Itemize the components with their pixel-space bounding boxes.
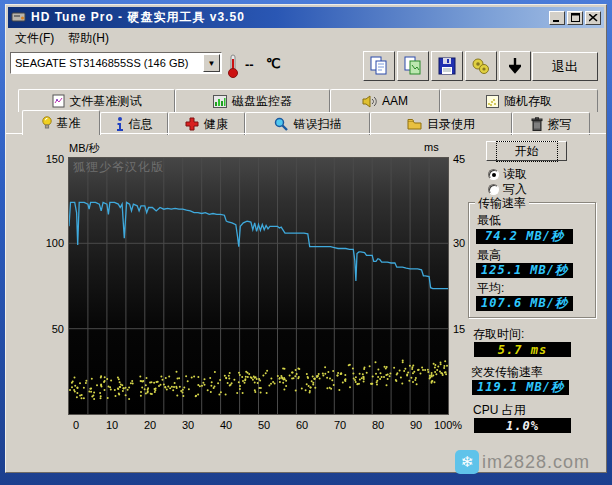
tab-label: 文件基准测试	[70, 93, 142, 110]
health-cross-icon	[185, 117, 199, 131]
tab-label: 错误扫描	[294, 116, 342, 133]
minimize-button[interactable]	[549, 11, 565, 25]
access-time-display: 5.7 ms	[474, 342, 571, 357]
access-time-label: 存取时间:	[473, 326, 524, 343]
tab-info[interactable]: 信息	[100, 112, 168, 135]
close-button[interactable]	[585, 11, 601, 25]
radio-read[interactable]	[488, 169, 499, 180]
tab-random-access[interactable]: 随机存取	[440, 89, 598, 112]
down-arrow-icon	[509, 57, 521, 75]
disk-monitor-icon	[213, 95, 227, 108]
x-tick: 70	[334, 419, 346, 431]
file-benchmark-icon	[52, 94, 65, 108]
benchmark-chart: 狐狸少爷汉化版	[68, 157, 449, 415]
copy-text-button[interactable]	[363, 51, 395, 81]
tab-error-scan[interactable]: 错误扫描	[245, 112, 370, 135]
tab-health[interactable]: 健康	[168, 112, 245, 135]
tab-disk-monitor[interactable]: 磁盘监控器	[175, 89, 330, 112]
chart-canvas	[69, 158, 448, 414]
chevron-down-icon[interactable]: ▼	[203, 54, 220, 72]
lightbulb-icon	[42, 116, 52, 131]
tab-label: 目录使用	[427, 116, 475, 133]
left-axis-unit: MB/秒	[69, 141, 100, 156]
menu-file[interactable]: 文件(F)	[8, 29, 61, 48]
radio-write[interactable]	[488, 184, 499, 195]
left-tick-50: 50	[38, 323, 64, 335]
x-tick: 50	[258, 419, 270, 431]
min-speed-display: 74.2 MB/秒	[476, 229, 573, 244]
temperature-value: --	[245, 57, 254, 72]
photo-watermark-text: im2828.com	[482, 452, 590, 473]
tab-label: 信息	[129, 116, 153, 133]
trash-icon	[531, 117, 543, 131]
cpu-usage-display: 1.0%	[474, 418, 571, 433]
x-tick: 10	[106, 419, 118, 431]
x-tick: 30	[182, 419, 194, 431]
tab-label: 擦写	[548, 116, 572, 133]
tab-folder-usage[interactable]: 目录使用	[370, 112, 512, 135]
x-tick: 40	[220, 419, 232, 431]
copy-icon	[370, 56, 388, 76]
burst-rate-display: 119.1 MB/秒	[472, 380, 569, 395]
save-button[interactable]	[431, 51, 463, 81]
x-tick: 90	[410, 419, 422, 431]
right-tick-45: 45	[453, 153, 465, 165]
drive-selector[interactable]: SEAGATE ST3146855SS (146 GB) ▼	[10, 52, 222, 74]
info-icon	[116, 117, 124, 131]
tab-label: 基准	[57, 115, 81, 132]
min-label: 最低	[477, 212, 501, 229]
tab-label: 健康	[204, 116, 228, 133]
tab-file-benchmark[interactable]: 文件基准测试	[18, 89, 175, 112]
x-tick: 80	[372, 419, 384, 431]
window-title: HD Tune Pro - 硬盘实用工具 v3.50	[31, 9, 549, 26]
menu-help[interactable]: 帮助(H)	[61, 29, 116, 48]
exit-button[interactable]: 退出	[532, 52, 598, 81]
x-axis-ticks: 0 10 20 30 40 50 60 70 80 90 100%	[68, 419, 449, 433]
right-tick-30: 30	[453, 237, 465, 249]
copy-image-button[interactable]	[397, 51, 429, 81]
thermometer-icon	[227, 53, 239, 83]
options-button[interactable]	[465, 51, 497, 81]
tab-label: 随机存取	[504, 93, 552, 110]
tab-label: 磁盘监控器	[232, 93, 292, 110]
drive-selector-value: SEAGATE ST3146855SS (146 GB)	[11, 57, 203, 69]
chart-watermark: 狐狸少爷汉化版	[73, 159, 164, 176]
copy-image-icon	[404, 56, 422, 76]
right-axis-unit: ms	[424, 141, 439, 153]
app-icon	[11, 9, 26, 27]
tab-erase[interactable]: 擦写	[512, 112, 590, 135]
cpu-usage-label: CPU 占用	[473, 402, 526, 419]
save-icon	[438, 57, 456, 75]
x-tick: 100%	[434, 419, 462, 431]
x-tick: 20	[144, 419, 156, 431]
maximize-button[interactable]	[567, 11, 583, 25]
x-tick: 0	[73, 419, 79, 431]
gears-icon	[471, 57, 491, 75]
tab-benchmark[interactable]: 基准	[22, 110, 100, 135]
tab-label: AAM	[382, 94, 408, 108]
temperature-unit: ℃	[266, 56, 281, 71]
left-tick-100: 100	[38, 237, 64, 249]
folder-icon	[407, 118, 422, 130]
transfer-rate-group-title: 传输速率	[475, 195, 529, 212]
left-tick-150: 150	[38, 153, 64, 165]
max-speed-display: 125.1 MB/秒	[476, 263, 573, 278]
x-tick: 60	[296, 419, 308, 431]
application-window: HD Tune Pro - 硬盘实用工具 v3.50 文件(F) 帮助(H) S…	[0, 0, 612, 485]
tab-aam[interactable]: AAM	[330, 89, 440, 112]
right-tick-15: 15	[453, 323, 465, 335]
avg-speed-display: 107.6 MB/秒	[476, 296, 573, 311]
photo-watermark: ❄ im2828.com	[455, 450, 590, 474]
random-access-icon	[486, 95, 499, 108]
snowflake-icon: ❄	[455, 450, 479, 474]
title-bar[interactable]: HD Tune Pro - 硬盘实用工具 v3.50	[8, 7, 604, 28]
start-button[interactable]: 开始	[486, 141, 567, 161]
speaker-icon	[362, 95, 377, 108]
magnifier-icon	[274, 117, 289, 131]
menu-bar: 文件(F) 帮助(H)	[8, 30, 604, 47]
scroll-down-button[interactable]	[499, 51, 531, 81]
